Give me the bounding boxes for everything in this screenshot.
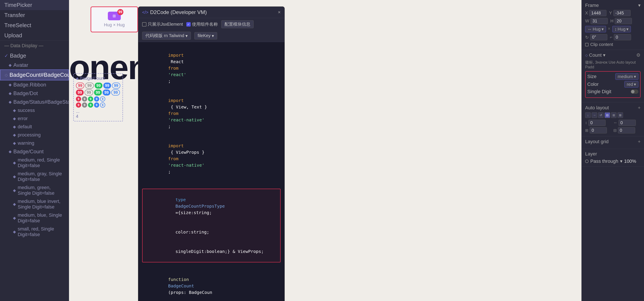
align-reverse-icon[interactable]: ↺ [598, 112, 604, 118]
padding-input-1[interactable] [588, 120, 606, 126]
badge-row-2: 99 99 99 99 99 [76, 90, 120, 96]
code-version-select[interactable]: 代码模版 rn Tailwind ▾ [142, 32, 191, 40]
sidebar-item-badge-ribbon[interactable]: ◆ Badge.Ribbon [0, 80, 69, 89]
badge-99-gray-outline: 99 [85, 82, 94, 88]
padding-input-2[interactable] [618, 120, 636, 126]
size-select[interactable]: medium ▾ [615, 73, 638, 80]
sidebar-item-count-6[interactable]: ◆ small, red, Single Digit=false [0, 225, 69, 239]
code-line-1: import React from 'react' ; [142, 46, 280, 91]
code-area: import React from 'react' ; import { Vie… [138, 42, 284, 301]
sidebar-item-count-2[interactable]: ◆ medium, gray, Single Digit=false [0, 170, 69, 184]
sidebar-item-timepicker[interactable]: TimePicker [0, 0, 69, 10]
h-input[interactable] [615, 18, 632, 24]
code-line-singledigit: singleDigit:boolean;} & ViewProps; [144, 242, 278, 261]
code-line-color: color:string; [144, 222, 278, 242]
badge-99-red-outline: 99 [76, 82, 84, 88]
badge-sm-red: 9 [76, 96, 81, 102]
sidebar-section-data-display: — Data Display — [0, 40, 69, 51]
rotation-input[interactable] [590, 34, 607, 40]
modal-close-button[interactable]: × [278, 10, 280, 15]
layer-section: Layer Pass through ▾ 100% [582, 149, 644, 166]
sidebar-item-success[interactable]: ◆ success [0, 106, 69, 114]
checkbox-component-name-box[interactable]: ✓ [186, 22, 191, 26]
sidebar-item-badge[interactable]: ✓ Badge [0, 51, 69, 61]
badge-count-title: ◆ Badge/Count [76, 76, 120, 81]
single-digit-toggle[interactable] [631, 90, 638, 94]
plus-icon[interactable]: + [638, 139, 640, 144]
diamond-icon: ◆ [9, 63, 12, 68]
chevron-down-icon[interactable]: ▾ [620, 158, 622, 164]
single-digit-row: Single Digit [587, 89, 638, 94]
sidebar-item-count-1[interactable]: ◆ medium, red, Single Digit=false [0, 156, 69, 170]
badge-99-blue-2: 99 [103, 90, 110, 96]
sidebar-item-badge-dot[interactable]: ◆ Badge/Dot [0, 89, 69, 98]
sidebar-item-avatar[interactable]: ◆ Avatar [0, 61, 69, 70]
align-down-icon[interactable]: ↓ [585, 112, 591, 118]
x-input[interactable] [589, 10, 606, 16]
sidebar-item-label: Transfer [4, 12, 25, 18]
badge-xs-green: 9 [88, 102, 93, 108]
y-coord: Y [609, 10, 630, 16]
badge-row-1: 99 99 99 99 99 [76, 82, 120, 88]
gap-input-2[interactable] [618, 127, 635, 134]
checkbox-component-name[interactable]: ✓ 使用组件名称 [186, 21, 218, 27]
badge-99-red-solid: 99 [76, 90, 84, 96]
diamond-icon: ◆ [9, 149, 12, 154]
gear-icon[interactable]: ⚙ [636, 52, 640, 58]
diamond-icon: ◆ [13, 132, 16, 137]
sidebar-item-error[interactable]: ◆ error [0, 114, 69, 123]
sidebar-item-count-4[interactable]: ◆ medium, blue invert, Single Digit=fals… [0, 197, 69, 211]
badge-count-99: 99 [117, 9, 123, 15]
code-line-2: import { View, Text } from 'react-native… [142, 91, 280, 136]
right-panel: Frame ▾ X Y W H ↔ [582, 0, 644, 301]
hug-x-badge[interactable]: ↔ Hug ▾ [585, 26, 606, 32]
sidebar-item-badge-status[interactable]: ◆ Badge/Status#BadgeStatus [0, 98, 69, 106]
hug-y-badge[interactable]: ↕ Hug ▾ [612, 26, 631, 32]
sidebar-item-warning[interactable]: ◆ warning [0, 139, 69, 147]
modal-toolbar: 只展示JsxElement ✓ 使用组件名称 配置模块信息 代码模版 rn Ta… [138, 18, 284, 42]
sidebar: TimePicker Transfer TreeSelect Upload — … [0, 0, 69, 301]
code-highlight-type: type BadgeCountPropsType ={size:string; … [142, 189, 280, 262]
sidebar-item-label: TimePicker [4, 2, 32, 8]
gap-input-1[interactable] [590, 127, 607, 134]
sidebar-item-badge-count[interactable]: ◆ Badge/Count [0, 147, 69, 156]
badge-grid: 99 99 99 99 99 99 99 99 99 99 9 9 9 9 9 [76, 82, 120, 108]
sidebar-item-count-5[interactable]: ◆ medium, blue, Single Digit=false [0, 211, 69, 225]
checkbox-jsxelement-box[interactable] [142, 22, 146, 26]
align-right-icon[interactable]: → [592, 112, 597, 118]
code-icon: </> [142, 10, 148, 15]
diamond-icon: ◆ [13, 202, 16, 206]
diamond-icon: ◆ [9, 91, 12, 96]
align-end-icon[interactable]: ⊠ [618, 112, 623, 118]
main-canvas: onents ⊞ 99 Hug × Hug ◆ Badge/Count 99 9… [69, 0, 582, 301]
w-coord: W [585, 18, 608, 24]
chevron-down-icon: ▾ [186, 33, 188, 38]
clip-content-checkbox[interactable] [585, 43, 588, 46]
diamond-icon: ◆ [13, 216, 16, 220]
chevron-down-icon[interactable]: ▾ [603, 52, 606, 58]
y-input[interactable] [613, 10, 631, 16]
plus-icon[interactable]: + [638, 105, 640, 110]
file-key-select[interactable]: fileKey ▾ [194, 32, 217, 40]
w-input[interactable] [590, 18, 608, 24]
badge-xs-gray: 9 [82, 102, 87, 108]
align-active-icon[interactable]: ⊟ [604, 112, 610, 118]
padding-1: ↕ [585, 120, 612, 126]
checkbox-jsxelement[interactable]: 只展示JsxElement [142, 21, 183, 27]
chevron-down-icon[interactable]: ▾ [638, 2, 640, 8]
sidebar-item-default[interactable]: ◆ default [0, 123, 69, 131]
sidebar-item-transfer[interactable]: Transfer [0, 10, 69, 20]
align-spacing-icon[interactable]: ⊞ [611, 112, 616, 118]
sidebar-item-processing[interactable]: ◆ processing [0, 131, 69, 139]
color-select[interactable]: red ▾ [624, 81, 638, 88]
sidebar-item-count-3[interactable]: ◆ medium, green, Single Digit=false [0, 184, 69, 197]
badge-99-blue-o-2: 99 [111, 90, 120, 96]
sidebar-item-badgecount[interactable]: ◇ BadgeCount#BadgeCount [0, 70, 69, 80]
config-module-button[interactable]: 配置模块信息 [221, 20, 254, 28]
diamond-icon: ◇ [5, 73, 8, 78]
padding-2: ↔ [613, 120, 641, 126]
corner-radius-input[interactable] [614, 34, 631, 40]
sidebar-item-upload[interactable]: Upload [0, 30, 69, 40]
h-coord: H [610, 18, 632, 24]
sidebar-item-treeselect[interactable]: TreeSelect [0, 20, 69, 30]
